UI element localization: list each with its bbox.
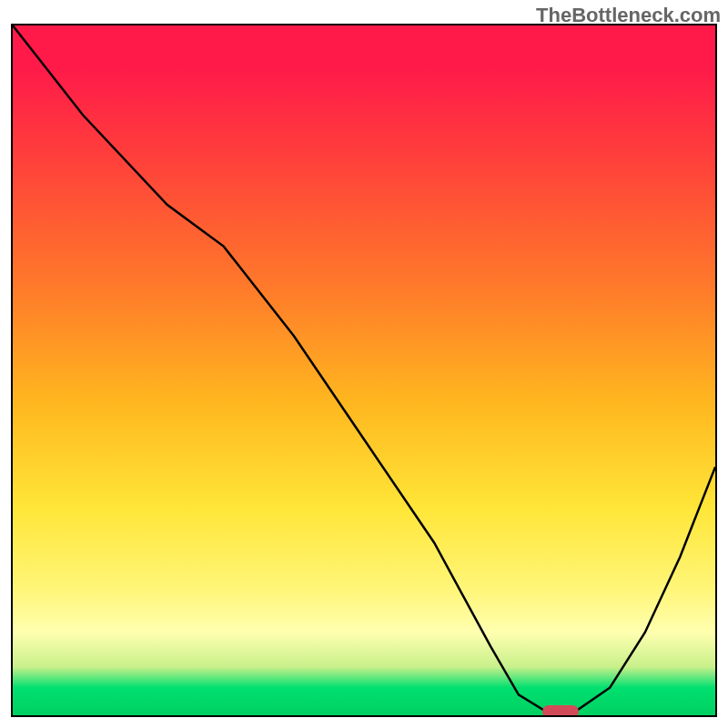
watermark-text: TheBottleneck.com xyxy=(536,4,721,27)
chart-frame xyxy=(11,24,717,717)
bottleneck-curve xyxy=(13,25,715,715)
optimum-marker xyxy=(542,705,579,717)
